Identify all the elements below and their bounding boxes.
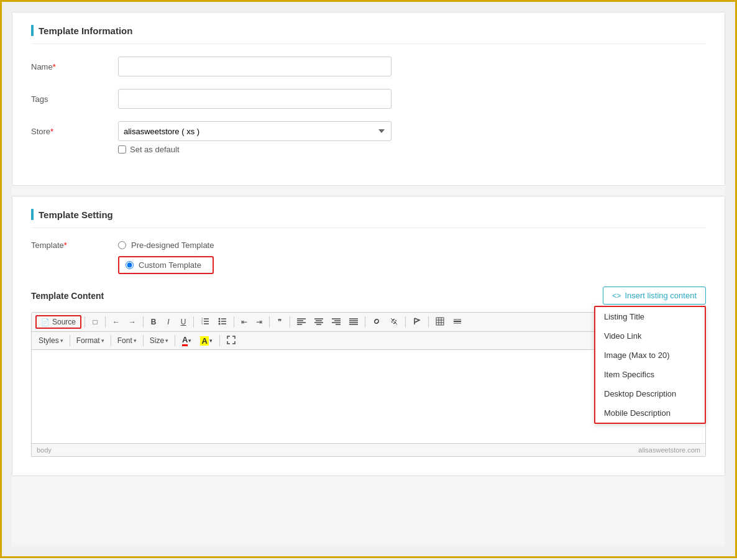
font-bgcolor-arrow: ▾ — [209, 337, 213, 344]
radio-predesigned-label: Pre-designed Template — [131, 241, 214, 250]
font-arrow: ▾ — [134, 337, 137, 344]
source-icon: 📄 — [41, 318, 50, 326]
store-select[interactable]: alisasweetstore ( xs ) — [118, 121, 391, 141]
tags-row: Tags — [31, 89, 706, 109]
insert-icon: <> — [612, 291, 621, 300]
toolbar-sep-6 — [269, 316, 270, 328]
font-bgcolor-icon: A — [200, 336, 208, 346]
styles-label: Styles — [39, 336, 59, 345]
bold-button[interactable]: B — [147, 315, 160, 329]
svg-point-8 — [219, 323, 221, 324]
font-label: Font — [117, 336, 132, 345]
flag-icon — [413, 317, 421, 328]
blockquote-button[interactable]: ❞ — [273, 315, 286, 329]
section-title-setting: Template Setting — [31, 209, 706, 228]
template-radio-group: Pre-designed Template Custom Template — [118, 241, 214, 274]
toolbar-sep-s4 — [175, 335, 175, 346]
bold-icon: B — [151, 318, 157, 326]
font-bgcolor-button[interactable]: A ▾ — [196, 334, 216, 347]
name-row: Name* — [31, 57, 706, 76]
maximize-button[interactable] — [223, 334, 239, 347]
styles-arrow: ▾ — [60, 337, 63, 344]
align-left-button[interactable] — [293, 315, 309, 329]
format-arrow: ▾ — [101, 337, 104, 344]
source-label: Source — [52, 318, 76, 326]
italic-button[interactable]: I — [162, 315, 175, 329]
name-input[interactable] — [118, 57, 391, 76]
radio-predesigned[interactable]: Pre-designed Template — [118, 241, 214, 250]
align-justify-button[interactable] — [346, 315, 362, 329]
radio-predesigned-input[interactable] — [118, 241, 126, 249]
store-required-star: * — [50, 127, 53, 136]
svg-point-7 — [219, 320, 221, 322]
align-left-icon — [297, 318, 306, 327]
font-select[interactable]: Font ▾ — [114, 335, 140, 346]
redo-button[interactable]: → — [125, 315, 140, 329]
indent-increase-icon: ⇥ — [256, 318, 262, 326]
toolbar-sep-5 — [234, 316, 234, 328]
toolbar-sep-3 — [143, 316, 144, 328]
insert-dropdown-menu: Listing Title Video Link Image (Max to 2… — [594, 306, 706, 424]
tags-input[interactable] — [118, 89, 391, 109]
radio-custom[interactable]: Custom Template — [118, 256, 214, 274]
indent-decrease-button[interactable]: ⇤ — [237, 315, 251, 329]
svg-text:3: 3 — [201, 322, 203, 325]
font-color-arrow: ▾ — [188, 337, 191, 344]
dropdown-desktop-desc[interactable]: Desktop Description — [595, 384, 705, 403]
radio-custom-input[interactable] — [126, 261, 134, 269]
font-color-button[interactable]: A ▾ — [178, 334, 195, 347]
new-page-button[interactable]: □ — [88, 315, 102, 329]
name-required-star: * — [53, 62, 56, 71]
size-select[interactable]: Size ▾ — [147, 335, 172, 346]
store-label: Store* — [31, 127, 118, 136]
toolbar-sep-4 — [193, 316, 194, 328]
dropdown-video-link[interactable]: Video Link — [595, 326, 705, 346]
section-title-setting-text: Template Setting — [39, 209, 113, 220]
blockquote-icon: ❞ — [278, 318, 282, 326]
indent-increase-button[interactable]: ⇥ — [252, 315, 266, 329]
svg-rect-29 — [436, 318, 444, 325]
unordered-list-icon — [218, 317, 227, 328]
store-row: Store* alisasweetstore ( xs ) Set as def… — [31, 121, 706, 154]
name-label: Name* — [31, 62, 118, 71]
styles-select[interactable]: Styles ▾ — [35, 335, 66, 346]
editor-footer-right: alisasweetstore.com — [638, 446, 700, 454]
insert-listing-content-button[interactable]: <> Insert listing content — [603, 287, 706, 305]
unlink-icon — [390, 317, 398, 328]
set-as-default-label: Set as default — [130, 145, 180, 154]
dropdown-item-specifics[interactable]: Item Specifics — [595, 365, 705, 384]
maximize-icon — [227, 336, 236, 346]
underline-button[interactable]: U — [176, 315, 190, 329]
dropdown-listing-title[interactable]: Listing Title — [595, 307, 705, 326]
radio-custom-label: Custom Template — [139, 260, 201, 270]
template-required-star: * — [64, 241, 67, 250]
template-information-section: Template Information Name* Tags Store* a… — [12, 12, 725, 186]
size-label: Size — [150, 336, 164, 345]
table-icon — [436, 317, 444, 328]
unordered-list-button[interactable] — [214, 315, 231, 329]
source-button[interactable]: 📄 Source — [35, 315, 81, 329]
toolbar-sep-8 — [365, 316, 365, 328]
dropdown-image-max[interactable]: Image (Max to 20) — [595, 346, 705, 365]
set-as-default-checkbox[interactable] — [118, 145, 126, 154]
template-setting-section: Template Setting Template* Pre-designed … — [12, 196, 725, 476]
ordered-list-button[interactable]: ​ 123 — [197, 315, 213, 329]
table-button[interactable] — [432, 315, 448, 329]
section-title-accent-2 — [31, 209, 34, 220]
undo-button[interactable]: ← — [109, 315, 124, 329]
align-center-button[interactable] — [311, 315, 327, 329]
insert-btn-label: Insert listing content — [625, 291, 697, 300]
link-button[interactable] — [368, 315, 385, 329]
align-center-icon — [314, 318, 323, 327]
horizontal-rule-button[interactable] — [449, 315, 465, 329]
template-content-title: Template Content — [31, 291, 104, 301]
section-title-accent — [31, 25, 34, 36]
toolbar-sep-7 — [290, 316, 290, 328]
dropdown-mobile-desc[interactable]: Mobile Description — [595, 403, 705, 423]
link-icon — [372, 317, 381, 328]
unlink-button[interactable] — [386, 315, 402, 329]
flag-button[interactable] — [409, 315, 425, 329]
format-select[interactable]: Format ▾ — [73, 335, 108, 346]
align-right-button[interactable] — [328, 315, 344, 329]
editor-footer: body alisasweetstore.com — [32, 443, 705, 456]
